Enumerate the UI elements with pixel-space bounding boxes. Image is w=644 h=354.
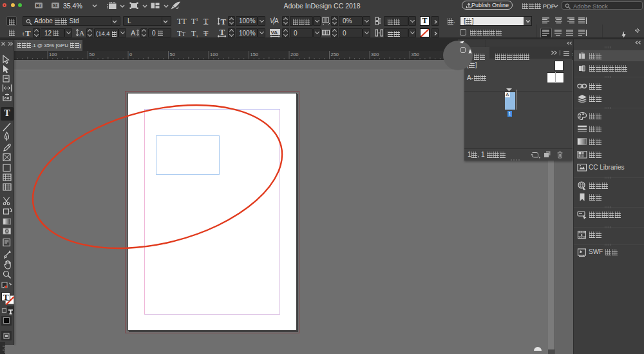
svg-text:300: 300 bbox=[371, 52, 379, 57]
svg-text:A: A bbox=[79, 29, 84, 37]
svg-text:100: 100 bbox=[49, 52, 57, 57]
svg-text:T: T bbox=[220, 28, 225, 37]
svg-text:T: T bbox=[221, 17, 227, 26]
svg-text:0: 0 bbox=[129, 52, 132, 57]
svg-text:A: A bbox=[274, 17, 279, 25]
svg-text:150: 150 bbox=[251, 52, 259, 57]
svg-text:t: t bbox=[23, 30, 24, 37]
svg-text:350: 350 bbox=[412, 52, 420, 57]
svg-text:T: T bbox=[25, 28, 31, 37]
svg-text:100: 100 bbox=[210, 52, 218, 57]
svg-text:50: 50 bbox=[170, 52, 175, 57]
svg-text:250: 250 bbox=[331, 52, 339, 57]
svg-text:A: A bbox=[131, 29, 136, 37]
svg-text:50: 50 bbox=[90, 52, 95, 57]
svg-text:200: 200 bbox=[290, 52, 299, 57]
svg-text:VA: VA bbox=[271, 29, 278, 35]
